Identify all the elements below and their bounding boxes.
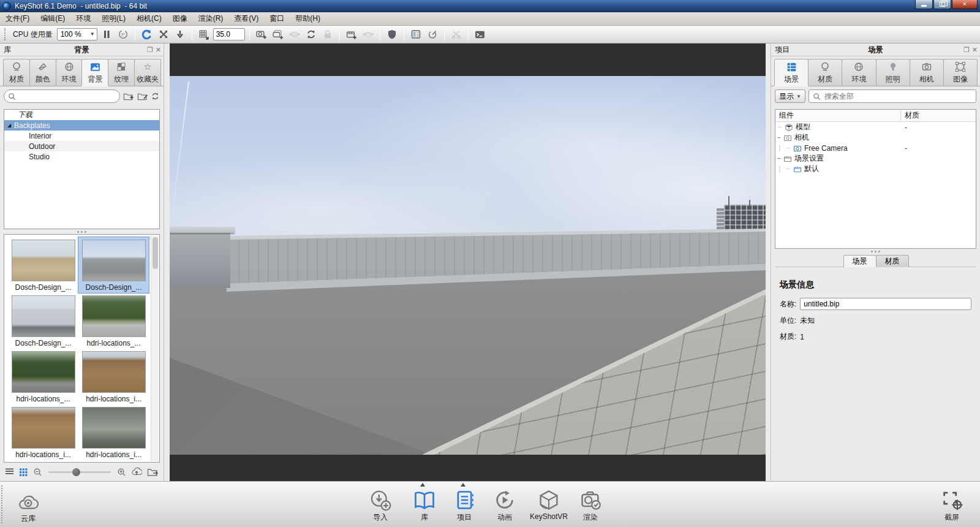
menu-image[interactable]: 图像 [167, 12, 193, 25]
cloud-upload-icon[interactable] [131, 467, 142, 477]
tree-row-default[interactable]: ┆┈默认 [775, 164, 976, 174]
tab-scene[interactable]: 场景 [774, 59, 809, 86]
material-protect-button[interactable] [385, 27, 399, 42]
tab-colors[interactable]: 颜色 [29, 59, 56, 86]
thumbnail-scrollbar[interactable] [151, 235, 159, 461]
dock-animation[interactable]: 动画 [483, 488, 527, 523]
thumbnail-size-slider[interactable] [48, 471, 111, 473]
download-button[interactable] [173, 27, 187, 42]
add-folder-icon[interactable] [123, 91, 134, 101]
restore-button[interactable] [933, 0, 951, 9]
tree-item-backplates[interactable]: ◢Backplates [4, 120, 159, 131]
thumbnail-item[interactable]: hdri-locations_i... [78, 349, 149, 404]
menu-environment[interactable]: 环境 [70, 12, 96, 25]
dock-cloud-library[interactable]: 云库 [6, 489, 50, 524]
cut-button[interactable] [449, 27, 464, 42]
panel-splitter[interactable] [0, 229, 164, 234]
tree-item-outdoor[interactable]: Outdoor [4, 141, 159, 151]
menu-lighting[interactable]: 照明(L) [96, 12, 131, 25]
panel-splitter[interactable] [771, 249, 980, 254]
tree-row-free-camera[interactable]: ┆┈Free Camera - [775, 143, 976, 153]
collapse-icon[interactable]: − [775, 134, 783, 141]
tree-item-interior[interactable]: Interior [4, 131, 159, 141]
lock-camera-button[interactable] [320, 27, 335, 42]
thumbnail-item-selected[interactable]: Dosch-Design_... [78, 237, 149, 293]
collapse-icon[interactable]: − [775, 155, 783, 162]
sub-tab-scene[interactable]: 场景 [843, 255, 876, 267]
sub-tab-material[interactable]: 材质 [876, 255, 909, 267]
fit-view-button[interactable] [156, 27, 171, 42]
expander-icon[interactable]: ◢ [4, 123, 14, 128]
thumbnail-item[interactable]: Dosch-Design_... [8, 293, 78, 349]
dock-render[interactable]: 渲染 [568, 488, 612, 523]
tab-camera[interactable]: 相机 [910, 59, 944, 86]
close-button[interactable]: ✕ [952, 0, 978, 9]
menu-camera[interactable]: 相机(C) [131, 12, 167, 25]
tab-backplates[interactable]: 背景 [81, 59, 108, 86]
menu-edit[interactable]: 编辑(E) [35, 12, 70, 25]
tab-environments[interactable]: 环境 [56, 59, 83, 86]
thumbnail-item[interactable] [78, 460, 149, 463]
studio-nav-button[interactable] [361, 27, 375, 42]
add-camera-button[interactable] [254, 27, 269, 42]
minimize-button[interactable] [915, 0, 933, 9]
menu-help[interactable]: 帮助(H) [290, 12, 326, 25]
tab-textures[interactable]: 纹理 [108, 59, 135, 86]
thumbnail-item[interactable]: Dosch-Design_... [8, 237, 78, 293]
tree-row-cameras[interactable]: −相机 [775, 132, 976, 143]
tree-row-model[interactable]: ┈模型 - [775, 122, 976, 132]
scrollbar-thumb[interactable] [153, 237, 158, 269]
performance-mode-button[interactable]: P [116, 27, 130, 42]
grid-view-icon[interactable] [19, 468, 28, 476]
library-search-input[interactable] [18, 91, 116, 101]
color-tune-button[interactable] [425, 27, 440, 42]
thumbnail-item[interactable]: hdri-locations_... [8, 349, 78, 404]
add-camera-set-button[interactable] [271, 27, 285, 42]
slider-knob[interactable] [72, 468, 80, 476]
tab-lighting[interactable]: 照明 [876, 59, 910, 86]
pause-button[interactable] [99, 27, 114, 42]
close-panel-icon[interactable]: ✕ [156, 46, 161, 54]
menu-render[interactable]: 渲染(R) [193, 12, 229, 25]
library-search-box[interactable] [4, 89, 120, 103]
dock-project[interactable]: 项目 [442, 488, 486, 523]
thumbnail-item[interactable]: hdri-locations_... [78, 293, 149, 349]
menu-window[interactable]: 窗口 [264, 12, 290, 25]
add-studio-button[interactable] [344, 27, 359, 42]
menu-file[interactable]: 文件(F) [0, 12, 35, 25]
thumbnail-item[interactable]: hdri-locations_i... [78, 404, 149, 460]
previous-camera-button[interactable] [287, 27, 302, 42]
dock-library[interactable]: 库 [402, 488, 447, 523]
tab-image[interactable]: 图像 [943, 59, 978, 86]
dock-screenshot[interactable]: 截屏 [930, 488, 974, 523]
perspective-grid-button[interactable] [197, 27, 211, 42]
dock-keyshotvr[interactable]: KeyShotVR [522, 488, 575, 521]
column-material[interactable]: 材质 [901, 110, 976, 121]
realtime-viewport[interactable] [170, 44, 766, 481]
tab-materials[interactable]: 材质 [3, 59, 30, 86]
dock-grip[interactable] [1, 485, 2, 523]
menu-view[interactable]: 查看(V) [228, 12, 264, 25]
tab-favorites[interactable]: ☆收藏夹 [134, 59, 161, 86]
import-folder-icon[interactable] [147, 467, 159, 477]
thumbnail-item[interactable] [8, 460, 78, 463]
tree-group-downloads[interactable]: 下载 [4, 110, 159, 120]
tab-environment[interactable]: 环境 [842, 59, 876, 86]
tree-item-studio[interactable]: Studio [4, 151, 159, 162]
thumbnail-item[interactable]: hdri-locations_i... [8, 404, 78, 460]
tree-row-scene-settings[interactable]: −场景设置 [775, 153, 976, 164]
list-view-icon[interactable] [5, 468, 14, 476]
edit-folder-icon[interactable] [137, 91, 148, 101]
refresh-library-icon[interactable] [151, 91, 160, 101]
float-panel-icon[interactable]: ❐ [963, 46, 970, 54]
project-search-box[interactable] [809, 89, 976, 103]
scene-name-input[interactable] [800, 298, 971, 310]
show-panels-button[interactable] [409, 27, 423, 42]
float-panel-icon[interactable]: ❐ [147, 46, 153, 54]
scripting-console-button[interactable] [473, 27, 488, 42]
display-filter-button[interactable]: 显示▼ [775, 89, 805, 103]
column-components[interactable]: 组件 [775, 110, 901, 121]
zoom-in-icon[interactable] [117, 468, 126, 477]
zoom-out-icon[interactable] [33, 468, 42, 477]
toolbar-grip[interactable] [4, 28, 7, 40]
